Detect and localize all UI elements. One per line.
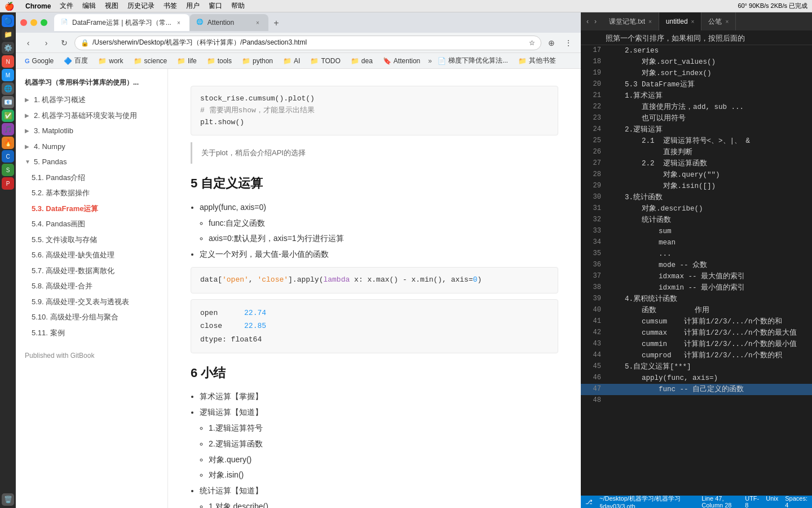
- reload-button[interactable]: ↻: [56, 35, 72, 51]
- editor-line-23[interactable]: 23 也可以用符号: [581, 113, 812, 124]
- editor-tab-notes[interactable]: 课堂记笔.txt ×: [602, 12, 659, 30]
- editor-line-24[interactable]: 24 2.逻辑运算: [581, 124, 812, 135]
- editor-line-47[interactable]: 47 func -- 自己定义的函数: [581, 384, 812, 395]
- sidebar-item-5[interactable]: ▼ 5. Pandas: [16, 154, 167, 170]
- bookmark-life[interactable]: 📁 life: [173, 56, 201, 66]
- editor-line-33[interactable]: 33 sum: [581, 226, 812, 237]
- dock-icon-12[interactable]: P: [2, 177, 14, 190]
- more-button[interactable]: ⋮: [561, 35, 576, 51]
- editor-tab-untitled-close[interactable]: ×: [691, 19, 695, 25]
- editor-line-41[interactable]: 41 cumsum 计算前1/2/3/.../n个数的和: [581, 316, 812, 327]
- menu-chrome[interactable]: Chrome: [25, 2, 51, 10]
- minimize-button[interactable]: [30, 19, 37, 26]
- menu-history[interactable]: 历史记录: [127, 1, 155, 11]
- editor-line-25[interactable]: 25 2.1 逻辑运算符号<、>、|、 &: [581, 135, 812, 147]
- address-bar[interactable]: 🔒 /Users/sherwin/Desktop/机器学习（科学计算库）/Pan…: [74, 36, 541, 50]
- sidebar-item-5-1[interactable]: 5.1. Pandas介绍: [16, 170, 167, 186]
- sidebar-item-5-5[interactable]: 5.5. 文件读取与存储: [16, 232, 167, 248]
- dock-icon-4[interactable]: M: [2, 69, 14, 81]
- bookmark-gradient[interactable]: 📄 梯度下降优化算法...: [433, 55, 513, 67]
- bookmark-others[interactable]: 📁 其他书签: [514, 55, 561, 67]
- editor-line-45[interactable]: 45 5.自定义运算[***]: [581, 361, 812, 373]
- bookmarks-more[interactable]: »: [428, 57, 432, 65]
- dock-icon-3[interactable]: N: [2, 55, 14, 68]
- editor-line-40[interactable]: 40 函数 作用: [581, 305, 812, 316]
- bookmark-science[interactable]: 📁 science: [129, 56, 172, 66]
- bookmark-google[interactable]: G Google: [20, 56, 58, 66]
- menu-help[interactable]: 帮助: [231, 1, 245, 11]
- sidebar-item-5-3[interactable]: 5.3. DataFrame运算: [16, 201, 167, 217]
- editor-line-31[interactable]: 31 对象.describe(): [581, 203, 812, 214]
- maximize-button[interactable]: [41, 19, 47, 26]
- editor-tab-gonbi[interactable]: 公笔 ×: [701, 12, 736, 30]
- dock-icon-11[interactable]: S: [2, 164, 14, 176]
- editor-line-39[interactable]: 39 4.累积统计函数: [581, 294, 812, 305]
- main-reading-area[interactable]: stock_rise.cumsum().plot() # 需要调用show，才能…: [168, 69, 581, 508]
- bookmark-baidu[interactable]: 🔷 百度: [59, 55, 92, 67]
- bookmark-ai[interactable]: 📁 AI: [279, 56, 304, 66]
- editor-line-32[interactable]: 32 统计函数: [581, 214, 812, 226]
- editor-tab-notes-close[interactable]: ×: [648, 19, 652, 25]
- editor-content[interactable]: 17 2.series18 对象.sort_values()19 对象.sort…: [581, 45, 812, 496]
- sidebar-item-5-9[interactable]: 5.9. 高级处理-交叉表与透视表: [16, 294, 167, 310]
- editor-line-46[interactable]: 46 apply(func, axis=): [581, 373, 812, 384]
- dock-icon-1[interactable]: 📁: [2, 28, 14, 41]
- tab-arrow-right[interactable]: ›: [592, 16, 599, 27]
- dock-icon-8[interactable]: 🎵: [2, 123, 14, 135]
- bookmark-work[interactable]: 📁 work: [94, 56, 127, 66]
- bookmark-attention[interactable]: 🔖 Attention: [378, 56, 425, 66]
- menu-window[interactable]: 窗口: [209, 1, 222, 11]
- editor-line-35[interactable]: 35 ...: [581, 248, 812, 260]
- editor-line-20[interactable]: 20 5.3 DataFrame运算: [581, 79, 812, 90]
- dock-icon-9[interactable]: 🔥: [2, 137, 14, 149]
- tab-dataframe[interactable]: 📄 DataFrame运算 | 机器学习（常... ×: [54, 14, 189, 31]
- menu-user[interactable]: 用户: [186, 1, 200, 11]
- sidebar-item-5-4[interactable]: 5.4. Pandas画图: [16, 216, 167, 232]
- menu-file[interactable]: 文件: [60, 1, 73, 11]
- dock-icon-7[interactable]: ✅: [2, 110, 14, 122]
- editor-line-26[interactable]: 26 直接判断: [581, 147, 812, 158]
- editor-line-48[interactable]: 48: [581, 395, 812, 406]
- editor-line-36[interactable]: 36 mode -- 众数: [581, 260, 812, 271]
- editor-line-29[interactable]: 29 对象.isin([]): [581, 181, 812, 192]
- close-button[interactable]: [20, 19, 27, 26]
- back-button[interactable]: ‹: [20, 35, 36, 51]
- editor-line-21[interactable]: 21 1.算术运算: [581, 90, 812, 102]
- editor-line-37[interactable]: 37 idxmax -- 最大值的索引: [581, 271, 812, 282]
- tab-arrow-left[interactable]: ‹: [584, 16, 591, 27]
- bookmark-dea[interactable]: 📁 dea: [346, 56, 377, 66]
- bookmark-tools[interactable]: 📁 tools: [202, 56, 236, 66]
- sidebar-item-5-11[interactable]: 5.11. 案例: [16, 325, 167, 341]
- sidebar-item-1[interactable]: ▶ 1. 机器学习概述: [16, 92, 167, 108]
- apple-menu[interactable]: 🍎: [5, 2, 14, 11]
- forward-button[interactable]: ›: [38, 35, 54, 51]
- sidebar-item-5-6[interactable]: 5.6. 高级处理-缺失值处理: [16, 247, 167, 263]
- sidebar-item-5-8[interactable]: 5.8. 高级处理-合并: [16, 278, 167, 294]
- editor-tab-untitled[interactable]: untitled ×: [659, 12, 702, 30]
- dock-icon-2[interactable]: ⚙️: [2, 42, 14, 54]
- bookmark-todo[interactable]: 📁 TODO: [306, 56, 345, 66]
- menu-bookmarks[interactable]: 书签: [164, 1, 177, 11]
- sidebar-item-5-7[interactable]: 5.7. 高级处理-数据离散化: [16, 263, 167, 279]
- extensions-button[interactable]: ⊕: [544, 35, 559, 51]
- sidebar-item-4[interactable]: ▶ 4. Numpy: [16, 139, 167, 155]
- sidebar-item-5-10[interactable]: 5.10. 高级处理-分组与聚合: [16, 309, 167, 325]
- star-icon[interactable]: ☆: [529, 39, 535, 47]
- tab-attention[interactable]: 🌐 Attention ×: [189, 14, 268, 31]
- editor-line-28[interactable]: 28 对象.query(""): [581, 169, 812, 181]
- bookmark-python[interactable]: 📁 python: [237, 56, 277, 66]
- tab-close-2[interactable]: ×: [254, 19, 262, 27]
- dock-icon-10[interactable]: C: [2, 150, 14, 163]
- menu-view[interactable]: 视图: [105, 1, 118, 11]
- editor-line-38[interactable]: 38 idxmin -- 最小值的索引: [581, 282, 812, 294]
- editor-line-44[interactable]: 44 cumprod 计算前1/2/3/.../n个数的积: [581, 350, 812, 361]
- sidebar-item-5-2[interactable]: 5.2. 基本数据操作: [16, 185, 167, 201]
- tab-close-1[interactable]: ×: [175, 19, 183, 27]
- menu-edit[interactable]: 编辑: [82, 1, 96, 11]
- sidebar-item-3[interactable]: ▶ 3. Matplotlib: [16, 123, 167, 139]
- editor-line-27[interactable]: 27 2.2 逻辑运算函数: [581, 158, 812, 169]
- editor-line-22[interactable]: 22 直接使用方法，add, sub ...: [581, 102, 812, 113]
- new-tab-button[interactable]: +: [268, 15, 284, 31]
- editor-tab-gonbi-close[interactable]: ×: [725, 19, 729, 25]
- editor-line-17[interactable]: 17 2.series: [581, 45, 812, 56]
